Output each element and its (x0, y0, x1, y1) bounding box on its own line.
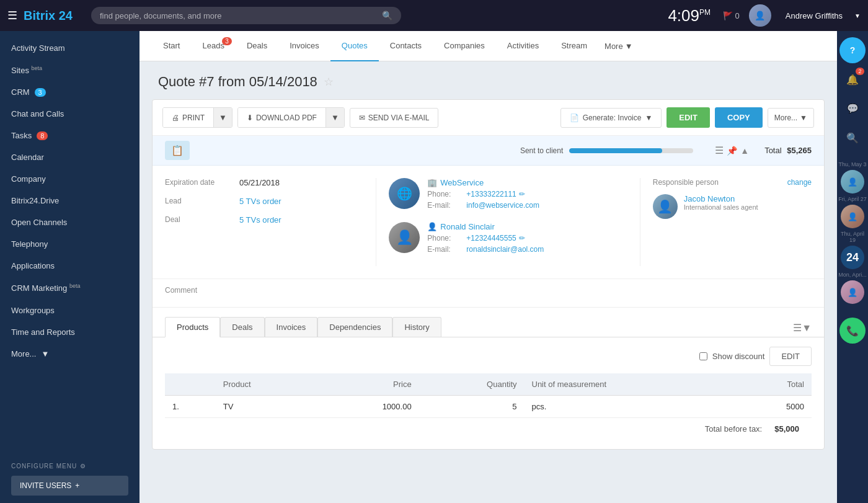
tab-start-label: Start (163, 41, 180, 50)
search-icon: 🔍 (382, 11, 392, 20)
green-action-button[interactable]: 📞 (839, 318, 866, 344)
quote-status-icon[interactable]: 📋 (165, 141, 190, 160)
tab-companies-label: Companies (444, 41, 485, 50)
sidebar-item-label: Chat and Calls (11, 109, 64, 118)
product-tab-products[interactable]: Products (165, 317, 220, 337)
hamburger-icon[interactable]: ☰ (7, 9, 17, 22)
tab-deals[interactable]: Deals (236, 31, 278, 61)
user-dropdown-arrow[interactable]: ▼ (854, 12, 861, 19)
person-phone[interactable]: +12324445555 ✏ (466, 234, 525, 243)
list-view-icon[interactable]: ☰ (715, 145, 724, 156)
company-email[interactable]: info@webservice.com (466, 201, 539, 210)
tab-stream[interactable]: Stream (550, 31, 598, 61)
activity-avatar-4[interactable]: 👤 (841, 280, 864, 304)
more-options-button[interactable]: More... ▼ (768, 108, 814, 128)
change-responsible-link[interactable]: change (787, 178, 812, 187)
activity-date-4: Mon, Apri... (838, 270, 867, 279)
tab-activities-label: Activities (507, 41, 539, 50)
sidebar-item-workgroups[interactable]: Workgroups (0, 300, 140, 321)
download-button-group[interactable]: ⬇ DOWNLOAD PDF ▼ (237, 107, 345, 128)
total-value: $5,265 (787, 146, 812, 155)
list-view-icon[interactable]: ☰▼ (793, 323, 812, 333)
sidebar-item-crm-marketing[interactable]: CRM Marketing beta (0, 277, 140, 299)
totals-value: $5,000 (774, 424, 799, 434)
chevron-down-icon: ▼ (625, 42, 633, 51)
quote-details: Expiration date 05/21/2018 Lead 5 TVs or… (153, 166, 824, 278)
products-edit-button[interactable]: EDIT (769, 347, 812, 366)
tab-more-dropdown[interactable]: More ▼ (598, 32, 639, 61)
copy-button[interactable]: COPY (715, 107, 763, 128)
company-name[interactable]: 🏢 WebService (427, 178, 627, 187)
crm-tabs: Start Leads 3 Deals Invoices Quotes Cont… (140, 31, 837, 61)
invite-users-button[interactable]: INVITE USERS + (11, 476, 128, 496)
sidebar-item-sites[interactable]: Sites beta (0, 59, 140, 81)
search-input[interactable] (100, 11, 382, 20)
generate-button[interactable]: 📄 Generate: Invoice ▼ (560, 108, 662, 128)
product-tab-deals[interactable]: Deals (220, 317, 264, 337)
download-dropdown-arrow[interactable]: ▼ (326, 108, 344, 127)
show-discount-checkbox[interactable] (699, 352, 707, 360)
person-email[interactable]: ronaldsinclair@aol.com (466, 245, 544, 254)
sidebar-item-chat-calls[interactable]: Chat and Calls (0, 103, 140, 125)
edit-button[interactable]: EDIT (666, 107, 710, 128)
tab-contacts[interactable]: Contacts (379, 31, 433, 61)
print-button[interactable]: 🖨 PRINT (163, 108, 213, 127)
col-quantity: Quantity (419, 373, 525, 396)
download-button[interactable]: ⬇ DOWNLOAD PDF (238, 108, 326, 127)
company-phone[interactable]: +13333222111 ✏ (466, 190, 525, 198)
search-button[interactable]: 🔍 (839, 125, 866, 151)
notifications-button[interactable]: 🔔 2 (839, 66, 866, 92)
sidebar-item-crm[interactable]: CRM 3 (0, 81, 140, 103)
generate-dropdown-arrow[interactable]: ▼ (645, 114, 652, 122)
send-email-button[interactable]: ✉ SEND VIA E-MAIL (350, 108, 439, 128)
print-button-group[interactable]: 🖨 PRINT ▼ (162, 107, 232, 128)
sidebar-item-activity-stream[interactable]: Activity Stream (0, 37, 140, 59)
toolbar-right: 📄 Generate: Invoice ▼ EDIT COPY More... … (560, 107, 814, 128)
product-tab-dependencies[interactable]: Dependencies (317, 317, 392, 337)
company-contact-card: 🌐 🏢 WebService Phone: +13333222111 ✏ (389, 178, 627, 210)
sidebar-item-label: Bitrix24.Drive (11, 196, 59, 205)
product-tab-invoices[interactable]: Invoices (265, 317, 318, 337)
tab-activities[interactable]: Activities (496, 31, 550, 61)
quote-status-bar: 📋 Sent to client ☰ 📌 ▲ Total $5,265 (153, 136, 824, 166)
search-bar[interactable]: 🔍 (91, 7, 401, 24)
sidebar-item-company[interactable]: Company (0, 168, 140, 190)
sidebar-item-more[interactable]: More... ▼ (0, 343, 140, 365)
activity-avatar-1[interactable]: 👤 (841, 170, 864, 194)
sidebar-item-drive[interactable]: Bitrix24.Drive (0, 190, 140, 211)
chat-button[interactable]: 💬 (839, 96, 866, 122)
product-price: 1000.00 (316, 396, 419, 418)
sidebar-item-tasks[interactable]: Tasks 8 (0, 125, 140, 146)
flag-icon[interactable]: 🚩 0 (723, 11, 740, 20)
avatar[interactable]: 👤 (749, 4, 771, 27)
sidebar-item-label: More... (11, 349, 36, 358)
pin-icon[interactable]: 📌 (727, 146, 737, 156)
sidebar-item-telephony[interactable]: Telephony (0, 233, 140, 255)
print-dropdown-arrow[interactable]: ▼ (213, 108, 232, 127)
sidebar-item-applications[interactable]: Applications (0, 255, 140, 277)
sidebar-item-open-channels[interactable]: Open Channels (0, 211, 140, 233)
lead-value[interactable]: 5 TVs order (239, 197, 281, 206)
tab-start[interactable]: Start (152, 31, 191, 61)
sidebar-item-label: Tasks (11, 131, 32, 140)
product-tabs-container: Products Deals Invoices Dependencies His… (153, 307, 824, 337)
product-tab-history[interactable]: History (392, 317, 441, 337)
configure-menu[interactable]: CONFIGURE MENU ⚙ (11, 463, 128, 470)
deal-value[interactable]: 5 TVs order (239, 215, 281, 225)
tab-invoices[interactable]: Invoices (278, 31, 330, 61)
activity-avatar-3[interactable]: 24 (841, 246, 864, 269)
person-name[interactable]: 👤 Ronald Sinclair (427, 222, 627, 231)
sidebar-item-calendar[interactable]: Calendar (0, 146, 140, 168)
collapse-icon[interactable]: ▲ (740, 146, 749, 156)
responsible-name[interactable]: Jacob Newton (684, 194, 758, 203)
sidebar-item-time-reports[interactable]: Time and Reports (0, 321, 140, 343)
tab-companies[interactable]: Companies (433, 31, 496, 61)
tasks-badge: 8 (37, 131, 48, 140)
tab-leads[interactable]: Leads 3 (191, 31, 235, 61)
activity-date-3: Thu, April 19 (837, 229, 868, 244)
help-icon-button[interactable]: ? (839, 37, 866, 63)
sidebar-item-label: Sites beta (11, 65, 42, 75)
activity-avatar-2[interactable]: 👤 (841, 205, 864, 228)
favorite-icon[interactable]: ☆ (324, 75, 334, 89)
tab-quotes[interactable]: Quotes (330, 31, 379, 61)
